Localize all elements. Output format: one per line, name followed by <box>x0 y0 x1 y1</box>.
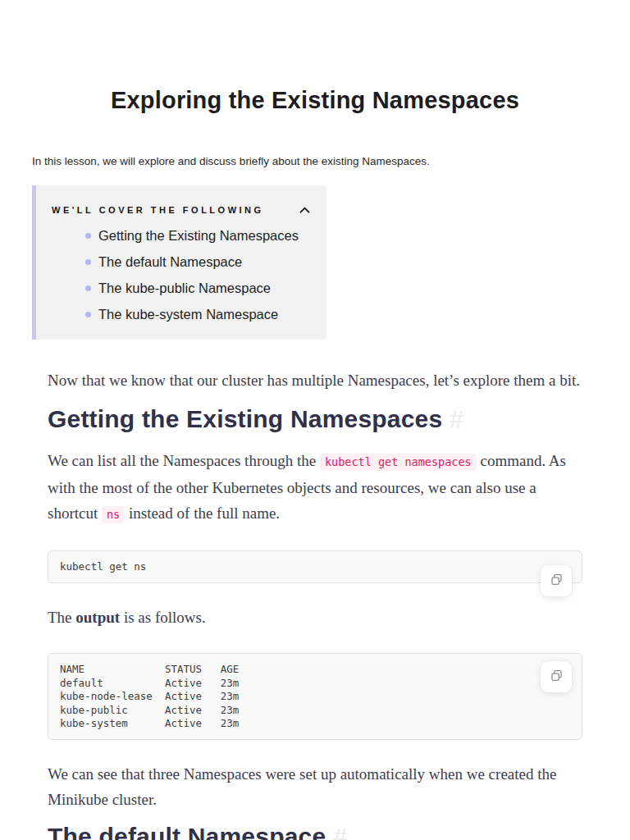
paragraph: We can list all the Namespaces through t… <box>48 448 582 527</box>
paragraph: Now that we know that our cluster has mu… <box>48 368 582 393</box>
intro-paragraph: In this lesson, we will explore and disc… <box>32 154 598 169</box>
command-code-block: kubectl get ns <box>48 550 582 583</box>
paragraph-text: instead of the full name. <box>125 504 280 522</box>
heading-anchor-link[interactable]: # <box>450 405 463 432</box>
output-code-block: NAME STATUS AGE default Active 23m kube-… <box>48 653 582 740</box>
bold-text: output <box>75 609 120 626</box>
inline-code: ns <box>102 506 125 523</box>
toc-item[interactable]: The default Namespace <box>98 254 312 270</box>
lesson-content: Now that we know that our cluster has mu… <box>0 368 630 840</box>
chevron-up-icon[interactable] <box>297 203 312 217</box>
copy-button[interactable] <box>541 661 572 692</box>
paragraph-text: We can list all the Namespaces through t… <box>48 452 320 469</box>
toc-item[interactable]: Getting the Existing Namespaces <box>98 228 312 244</box>
paragraph-text: is as follows. <box>120 609 206 626</box>
toc-widget: WE'LL COVER THE FOLLOWING Getting the Ex… <box>32 185 326 340</box>
code-output-text: NAME STATUS AGE default Active 23m kube-… <box>60 663 570 730</box>
lesson-page: Exploring the Existing Namespaces In thi… <box>0 0 630 840</box>
paragraph-text: The <box>48 609 75 626</box>
inline-code: kubectl get namespaces <box>320 454 477 471</box>
toc-item[interactable]: The kube-system Namespace <box>98 307 312 322</box>
page-title: Exploring the Existing Namespaces <box>0 0 630 115</box>
copy-icon <box>549 572 564 590</box>
section-heading: The default Namespace# <box>48 820 582 840</box>
section-heading-text: The default Namespace <box>48 823 326 840</box>
paragraph: The output is as follows. <box>48 605 582 630</box>
toc-header[interactable]: WE'LL COVER THE FOLLOWING <box>52 203 312 217</box>
code-text: kubectl get ns <box>60 560 570 573</box>
toc-header-label: WE'LL COVER THE FOLLOWING <box>52 205 264 215</box>
toc-item[interactable]: The kube-public Namespace <box>98 281 312 296</box>
copy-button[interactable] <box>541 565 572 596</box>
copy-icon <box>549 668 564 686</box>
section-heading: Getting the Existing Namespaces# <box>48 403 582 435</box>
section-heading-text: Getting the Existing Namespaces <box>48 405 442 432</box>
paragraph: We can see that three Namespaces were se… <box>48 761 582 812</box>
heading-anchor-link[interactable]: # <box>333 823 347 840</box>
toc-list: Getting the Existing Namespaces The defa… <box>52 228 312 322</box>
